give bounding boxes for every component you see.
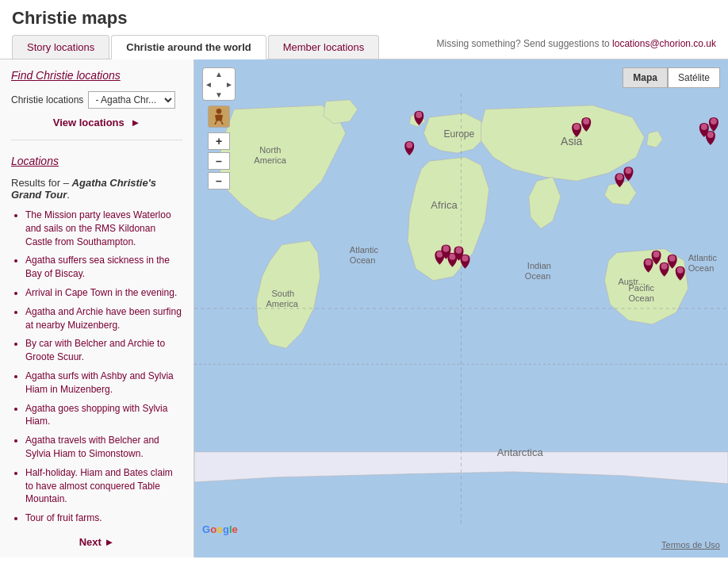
christie-locations-select[interactable]: - Agatha Chr... - Agatha Christie's Gran… — [88, 91, 175, 109]
list-item: Agatha travels with Belcher and Sylvia H… — [25, 434, 182, 461]
missing-email-link[interactable]: locations@chorion.co.uk — [612, 38, 716, 49]
svg-point-30 — [677, 267, 684, 274]
arrow-icon: ► — [130, 117, 140, 128]
svg-point-36 — [625, 167, 631, 174]
map-type-buttons: Mapa Satélite — [623, 67, 720, 88]
svg-point-37 — [701, 124, 707, 130]
next-arrow-icon: ► — [104, 536, 114, 548]
svg-point-24 — [455, 247, 462, 254]
tab-bar: Story locations Christie around the worl… — [12, 35, 716, 59]
list-item: Arrival in Cape Town in the evening. — [25, 286, 182, 300]
mapa-button[interactable]: Mapa — [623, 67, 668, 88]
list-item: Agatha goes shopping with Sylvia Hiam. — [25, 402, 182, 429]
street-view-button[interactable] — [208, 105, 230, 128]
locations-section: Locations Results for – Agatha Christie'… — [11, 155, 182, 548]
list-item: By car with Belcher and Archie to Groote… — [25, 337, 182, 364]
list-item: Tour of fruit farms. — [25, 511, 182, 525]
tab-story-locations[interactable]: Story locations — [12, 35, 109, 59]
location-list: The Mission party leaves Waterloo and sa… — [11, 209, 182, 525]
list-item: Agatha surfs with Ashby and Sylvia Hiam … — [25, 370, 182, 397]
view-locations-row: View locations ► — [11, 117, 182, 128]
find-section: Find Christie locations Christie locatio… — [11, 69, 182, 140]
svg-line-42 — [221, 122, 223, 125]
svg-text:Ocean: Ocean — [525, 271, 551, 281]
map-svg: Asia Europe Africa North America South A… — [194, 59, 728, 557]
next-button[interactable]: Next ► — [79, 536, 115, 548]
svg-point-34 — [406, 142, 412, 148]
main-content: Find Christie locations Christie locatio… — [0, 59, 728, 557]
zoom-out-button-1[interactable]: – — [208, 152, 230, 170]
pan-right-button[interactable]: ► — [224, 79, 235, 90]
svg-point-26 — [646, 259, 652, 266]
svg-point-22 — [443, 246, 449, 252]
svg-point-40 — [216, 109, 222, 114]
svg-point-39 — [707, 132, 714, 138]
svg-point-33 — [416, 112, 422, 118]
svg-text:Indian: Indian — [527, 261, 551, 270]
find-row: Christie locations - Agatha Chr... - Aga… — [11, 91, 182, 109]
svg-text:Asia: Asia — [561, 135, 583, 147]
svg-point-27 — [653, 251, 660, 258]
satelite-button[interactable]: Satélite — [668, 67, 720, 88]
svg-text:Atlantic: Atlantic — [688, 253, 718, 262]
svg-point-32 — [583, 118, 589, 125]
zoom-out-button-2[interactable]: – — [208, 172, 230, 190]
svg-point-28 — [661, 263, 668, 270]
list-item: Agatha and Archie have been surfing at n… — [25, 305, 182, 332]
list-item: Agatha suffers sea sickness in the Bay o… — [25, 254, 182, 281]
pan-left-button[interactable]: ◄ — [203, 79, 214, 90]
find-label: Christie locations — [11, 94, 83, 105]
map-controls: ▲ ▼ ◄ ► + – – — [202, 67, 236, 190]
svg-point-38 — [711, 118, 717, 125]
svg-text:Antarctica: Antarctica — [497, 446, 544, 458]
page-header: Christie maps Story locations Christie a… — [0, 0, 728, 59]
sidebar: Find Christie locations Christie locatio… — [0, 59, 194, 557]
svg-text:America: America — [254, 155, 286, 165]
svg-text:Ocean: Ocean — [688, 263, 715, 273]
page-title: Christie maps — [12, 8, 716, 29]
svg-text:Ocean: Ocean — [628, 293, 654, 303]
pan-down-button[interactable]: ▼ — [213, 89, 224, 100]
svg-text:America: America — [266, 299, 298, 308]
svg-point-35 — [616, 174, 623, 180]
svg-text:South: South — [271, 289, 294, 298]
pan-up-button[interactable]: ▲ — [213, 68, 224, 79]
zoom-in-button[interactable]: + — [208, 132, 230, 150]
list-item: The Mission party leaves Waterloo and sa… — [25, 209, 182, 248]
svg-line-41 — [215, 122, 216, 125]
find-title: Find Christie locations — [11, 69, 182, 82]
svg-point-31 — [573, 124, 580, 130]
svg-text:North: North — [259, 145, 281, 155]
locations-title: Locations — [11, 155, 182, 167]
map-area[interactable]: Asia Europe Africa North America South A… — [194, 59, 728, 557]
svg-text:Atlantic: Atlantic — [350, 245, 379, 255]
svg-text:Africa: Africa — [431, 199, 458, 211]
svg-point-25 — [462, 255, 469, 262]
list-item: Half-holiday. Hiam and Bates claim to ha… — [25, 466, 182, 506]
missing-message: Missing something? Send suggestions to l… — [437, 38, 716, 56]
svg-text:Austr...: Austr... — [618, 277, 645, 286]
nav-pad: ▲ ▼ ◄ ► — [202, 67, 236, 101]
tab-member-locations[interactable]: Member locations — [268, 35, 380, 59]
next-row: Next ► — [11, 536, 182, 548]
tab-christie-around-world[interactable]: Christie around the world — [111, 35, 266, 59]
svg-point-29 — [669, 255, 676, 262]
google-branding: Google — [202, 523, 238, 535]
svg-text:Europe: Europe — [443, 128, 474, 140]
svg-text:Ocean: Ocean — [350, 255, 376, 265]
results-text: Results for – Agatha Christie's Grand To… — [11, 177, 182, 201]
terms-link[interactable]: Termos de Uso — [661, 540, 720, 550]
view-locations-button[interactable]: View locations ► — [53, 117, 141, 128]
